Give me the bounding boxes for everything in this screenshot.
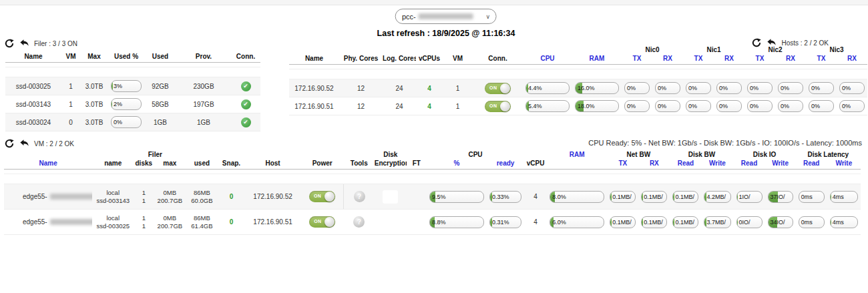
nic3-rx-meter: 0% [839, 100, 865, 112]
latency-write-meter: 4ms [830, 191, 858, 203]
filer-title-row: Filer : 3 / 3 ON [4, 37, 284, 49]
meter-value: 0% [625, 83, 649, 93]
table-row: ssd-003143 1 3.0TB 2% 58GB 197GB ✔ [5, 95, 260, 113]
used-top: 86MB [186, 189, 217, 197]
power-toggle[interactable]: ON [309, 191, 335, 202]
disk-io-write-meter: 37IO/ [768, 191, 793, 203]
col-rx-sort[interactable]: RX [638, 159, 670, 170]
meter-value: 0% [779, 101, 803, 111]
table-row: 172.16.90.52 12 24 4 1 ON 4.4% 16.0% 0% … [289, 79, 867, 97]
conn-toggle[interactable]: ON [485, 83, 511, 94]
toggle-knob [500, 83, 510, 93]
meter-value: 0% [840, 83, 864, 93]
col-cpu-sort[interactable]: CPU [523, 54, 572, 65]
col-power: Power [301, 159, 344, 170]
refresh-icon[interactable] [4, 38, 15, 49]
filter-row [4, 174, 861, 184]
nic3-rx-meter: 0% [839, 82, 865, 94]
latency-write-meter: 4ms [830, 216, 858, 228]
filer-name: ssd-003025 [16, 83, 51, 90]
nic2-tx-meter: 0% [747, 82, 773, 94]
meter-value: 0% [656, 83, 680, 93]
col-name: Name [289, 54, 339, 65]
col-tx-sort[interactable]: TX [683, 54, 714, 65]
col-rx-sort[interactable]: RX [775, 54, 806, 65]
cpu-ready-meter: 0.31% [489, 216, 521, 228]
col-write-sort[interactable]: Write [765, 159, 796, 170]
refresh-icon[interactable] [4, 138, 15, 149]
disks-top: 1 [134, 189, 153, 197]
col-write-sort[interactable]: Write [827, 159, 861, 170]
col-rx-sort[interactable]: RX [714, 54, 744, 65]
col-rx-sort[interactable]: RX [652, 54, 683, 65]
col-name-sort[interactable]: Name [4, 159, 92, 170]
col-used-pct: Used % [108, 52, 144, 63]
meter-value: 4.2MB/ [704, 192, 730, 202]
refresh-icon[interactable] [751, 37, 762, 48]
pcc-selector[interactable]: pcc- ∨ [395, 9, 497, 24]
col-ram-sort[interactable]: RAM [572, 54, 622, 65]
vcpus-count: 4 [427, 85, 431, 92]
meter-value: 18.0% [576, 101, 618, 111]
tools-status-icon[interactable]: ? [353, 216, 365, 228]
disk-encryption-box [383, 216, 398, 229]
col-read-sort[interactable]: Read [734, 159, 765, 170]
col-write-sort[interactable]: Write [701, 159, 733, 170]
meter-value: 34IO/ [769, 217, 793, 228]
vm-name: edge55- [23, 218, 47, 226]
redacted-text [50, 194, 93, 200]
col-host: Host [245, 159, 301, 170]
undo-icon[interactable] [18, 38, 31, 49]
col-ram-sort[interactable]: RAM [547, 151, 607, 159]
col-cpu-pct-sort[interactable]: % [427, 159, 487, 170]
col-tx-sort[interactable]: TX [744, 54, 775, 65]
meter-value: 0% [809, 101, 833, 111]
max-top: 0MB [154, 214, 185, 222]
group-nic0: Nic0 [622, 46, 683, 54]
hosts-header-row: Name Phy. Cores Log. Cores vCPUs VM Conn… [289, 54, 867, 65]
used-pct-meter: 0% [111, 116, 142, 128]
power-toggle[interactable]: ON [309, 216, 335, 228]
meter-value: 0% [809, 83, 833, 93]
filer-vm-count: 0 [69, 119, 73, 126]
vm-name: edge55- [23, 193, 47, 200]
nic0-rx-meter: 0% [655, 82, 680, 94]
group-disk-bw: Disk BW [670, 151, 733, 159]
undo-icon[interactable] [765, 37, 778, 48]
nic1-rx-meter: 0% [716, 82, 742, 94]
nic0-tx-meter: 0% [624, 82, 650, 94]
tools-status-icon[interactable]: ? [354, 191, 365, 202]
cpu-pct-meter: 9.5% [429, 191, 484, 203]
filer-header-row: Name VM Max Used % Used Prov. Conn. [5, 52, 260, 63]
meter-value: 4.4% [526, 83, 569, 93]
meter-value: 3% [112, 81, 141, 91]
col-tx-sort[interactable]: TX [806, 54, 837, 65]
cpu-ready-meter: 0.33% [489, 191, 521, 203]
col-read-sort[interactable]: Read [796, 159, 827, 170]
meter-value: 0% [717, 101, 741, 111]
col-log-cores: Log. Cores [383, 54, 416, 65]
col-tx-sort[interactable]: TX [607, 159, 638, 170]
col-filer-name: name [92, 159, 134, 170]
toggle-knob [500, 101, 510, 111]
col-tx-sort[interactable]: TX [622, 54, 652, 65]
connected-check-icon: ✔ [241, 81, 251, 91]
conn-toggle[interactable]: ON [485, 101, 511, 112]
meter-value: 5.4% [526, 101, 569, 111]
undo-icon[interactable] [18, 138, 31, 149]
vm-limits-note: CPU Ready: 5% - Net BW: 1Gb/s - Disk BW:… [588, 139, 862, 147]
filer-name: ssd-003143 [16, 101, 51, 108]
group-disk-latency: Disk Latency [796, 151, 861, 159]
disks-bottom: 1 [134, 197, 153, 205]
log-cores: 24 [395, 85, 403, 92]
col-cpu-ready-sort[interactable]: ready [487, 159, 524, 170]
vm-filer-local: local [93, 189, 133, 197]
col-conn: Conn. [231, 52, 260, 63]
filer-max: 3.0TB [85, 101, 103, 108]
col-read-sort[interactable]: Read [670, 159, 701, 170]
snap-count: 0 [230, 193, 234, 200]
meter-value: 6.0% [550, 217, 604, 228]
col-rx-sort[interactable]: RX [837, 54, 867, 65]
meter-value: 0% [656, 101, 680, 111]
meter-value: 3.7MB/ [704, 217, 730, 228]
